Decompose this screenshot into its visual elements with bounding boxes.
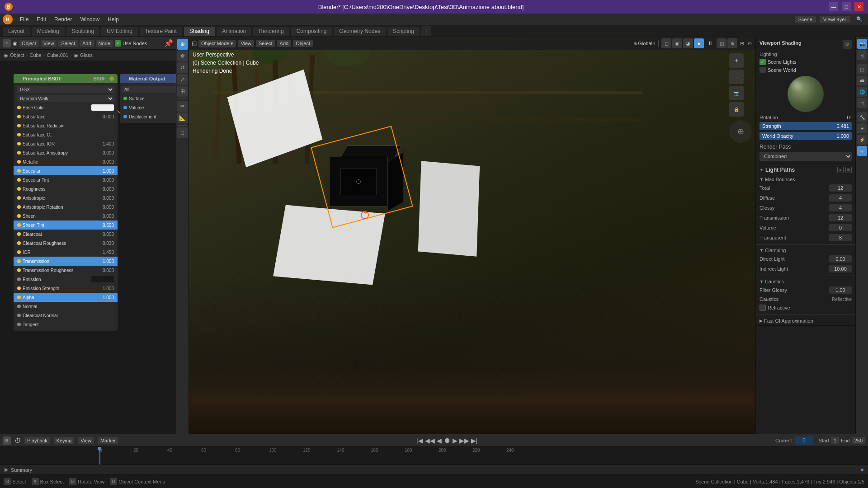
use-nodes-checkbox[interactable]: ✓ (115, 40, 121, 47)
breadcrumb-cube[interactable]: Cube (29, 52, 41, 58)
camera-view-gizmo[interactable]: 📷 (729, 86, 744, 100)
grid-view-btn[interactable]: ⊞ (845, 167, 852, 173)
node-editor-menu-icon[interactable]: ≡ (3, 39, 11, 47)
stop-btn[interactable]: ⏺ (443, 436, 451, 445)
diffuse-val[interactable]: 4 (829, 194, 852, 202)
modifier-icon[interactable]: 🔧 (857, 112, 867, 122)
clamping-header[interactable]: ▼ Clamping (756, 247, 855, 254)
multiscatter-select[interactable]: Random Walk (17, 95, 114, 102)
skip-back-btn[interactable]: |◀ (416, 437, 423, 444)
zoom-in-gizmo[interactable]: + (729, 53, 744, 68)
snap-btn[interactable]: ⊞ (740, 41, 744, 47)
scene-selector[interactable]: Scene (795, 16, 816, 23)
play-btn[interactable]: ▶ (453, 437, 458, 444)
node-btn[interactable]: Node (96, 40, 113, 47)
add-cube-tool-btn[interactable]: □ (177, 127, 188, 138)
tab-rendering[interactable]: Rendering (253, 27, 289, 36)
menu-edit[interactable]: Edit (33, 15, 50, 24)
indirect-light-val[interactable]: 10.00 (829, 265, 852, 272)
transmission-lp-val[interactable]: 12 (829, 214, 852, 221)
breadcrumb-glass[interactable]: Glass (80, 52, 93, 58)
scene-icon[interactable]: 🏔 (857, 75, 867, 85)
scale-tool-btn[interactable]: ⤢ (177, 74, 188, 85)
start-frame-val[interactable]: 1 (831, 437, 839, 444)
object-icon[interactable]: ◻ (857, 98, 867, 108)
material-output-node[interactable]: Material Output AllEeveeCycles Surface V… (120, 74, 176, 123)
emission-swatch[interactable] (91, 276, 114, 282)
object-mode-dropdown[interactable]: Object Mode ▾ (198, 40, 236, 47)
solid-btn[interactable]: ◉ (672, 38, 682, 48)
marker-btn[interactable]: Marker (98, 437, 118, 444)
tab-texture-paint[interactable]: Texture Paint (140, 27, 182, 36)
viewport-object-btn[interactable]: Object (293, 40, 313, 47)
list-view-btn[interactable]: ≡ (837, 167, 844, 173)
view-btn-tl[interactable]: View (78, 437, 94, 444)
direct-light-val[interactable]: 0.00 (829, 255, 852, 263)
menu-help[interactable]: Help (104, 15, 123, 24)
node-canvas[interactable]: Principled BSDF BSDF GGXMultiscatter GGX… (0, 61, 176, 434)
proportional-edit-btn[interactable]: ⊙ (748, 41, 752, 47)
prev-frame-btn[interactable]: ◀◀ (425, 437, 435, 444)
measure-tool-btn[interactable]: 📐 (177, 113, 188, 123)
render-pass-dropdown[interactable]: Combined Z Normal Diffuse Color (760, 152, 852, 161)
tab-layout[interactable]: Layout (3, 27, 30, 36)
settings-gear-icon[interactable]: ⚙ (843, 40, 852, 49)
tab-geometry-nodes[interactable]: Geometry Nodes (334, 27, 386, 36)
tab-compositing[interactable]: Compositing (291, 27, 332, 36)
menu-window[interactable]: Window (76, 15, 103, 24)
rotate-tool-btn[interactable]: ↺ (177, 62, 188, 73)
close-button[interactable]: ✕ (854, 2, 863, 11)
menu-file[interactable]: File (16, 15, 32, 24)
cursor-tool-btn[interactable]: ⊕ (177, 39, 188, 50)
wireframe-btn[interactable]: ◻ (661, 38, 671, 48)
world-icon[interactable]: 🌐 (857, 87, 867, 97)
timeline-menu-icon[interactable]: ≡ (3, 436, 11, 445)
search-icon[interactable]: 🔍 (854, 16, 865, 22)
transform-orientation[interactable]: ⊕ Global ▾ (633, 41, 656, 46)
menu-render[interactable]: Render (51, 15, 75, 24)
object-btn[interactable]: Object (19, 40, 39, 47)
orbit-gizmo[interactable]: ⊕ (729, 120, 752, 143)
add-btn[interactable]: Add (80, 40, 94, 47)
annotate-tool-btn[interactable]: ✏ (177, 101, 188, 112)
caustics-header[interactable]: ▼ Caustics (756, 278, 855, 285)
editor-type-selector[interactable]: ◱ (192, 40, 197, 47)
zoom-out-gizmo[interactable]: - (729, 70, 744, 84)
select-btn[interactable]: Select (58, 40, 78, 47)
transform-tool-btn[interactable]: ⊞ (177, 86, 188, 97)
view-layer-icon[interactable]: ◫ (857, 64, 867, 74)
tab-uv-editing[interactable]: UV Editing (101, 27, 138, 36)
tab-modeling[interactable]: Modeling (32, 27, 65, 36)
view-layer-selector[interactable]: ViewLayer (820, 16, 850, 23)
refractive-checkbox[interactable] (760, 305, 766, 311)
summary-expand-btn[interactable]: ▶ (4, 467, 9, 473)
world-preview-ball[interactable] (788, 76, 824, 112)
tab-shading[interactable]: Shading (184, 27, 215, 36)
total-val[interactable]: 12 (829, 184, 852, 192)
add-workspace-button[interactable]: + (421, 26, 431, 36)
current-frame-input[interactable] (795, 436, 813, 445)
tab-scripting[interactable]: Scripting (387, 27, 420, 36)
pause-btn[interactable]: ⏸ (708, 40, 713, 47)
tab-animation[interactable]: Animation (217, 27, 251, 36)
playback-btn[interactable]: Playback (24, 437, 50, 444)
material-icon[interactable]: ◈ (857, 146, 867, 156)
rendered-btn[interactable]: ● (694, 38, 704, 48)
physics-icon[interactable]: ⚡ (857, 135, 867, 145)
next-keyframe-btn[interactable]: ▶▶ (459, 437, 469, 444)
principled-bsdf-node[interactable]: Principled BSDF BSDF GGXMultiscatter GGX… (14, 74, 118, 331)
viewport-select-btn[interactable]: Select (256, 40, 275, 47)
base-color-swatch[interactable] (91, 104, 114, 111)
viewport-3d[interactable]: + ◱ Object Mode ▾ View Select Add Object (189, 37, 756, 434)
ggx-select[interactable]: GGXMultiscatter GGX (17, 86, 114, 93)
light-paths-header[interactable]: ▼ Light Paths ≡ ⊞ (756, 164, 855, 176)
fast-gi-header[interactable]: ▶ Fast GI Approximation (756, 316, 855, 325)
breadcrumb-cube001[interactable]: Cube.001 (47, 52, 68, 58)
transparent-val[interactable]: 8 (829, 234, 852, 241)
volume-val[interactable]: 0 (829, 224, 852, 231)
scene-world-checkbox[interactable] (760, 67, 766, 73)
scene-lights-checkbox[interactable]: ✓ (760, 59, 766, 65)
maximize-button[interactable]: □ (842, 2, 851, 11)
view-btn[interactable]: View (41, 40, 57, 47)
matout-all-select[interactable]: AllEeveeCycles (122, 86, 176, 93)
